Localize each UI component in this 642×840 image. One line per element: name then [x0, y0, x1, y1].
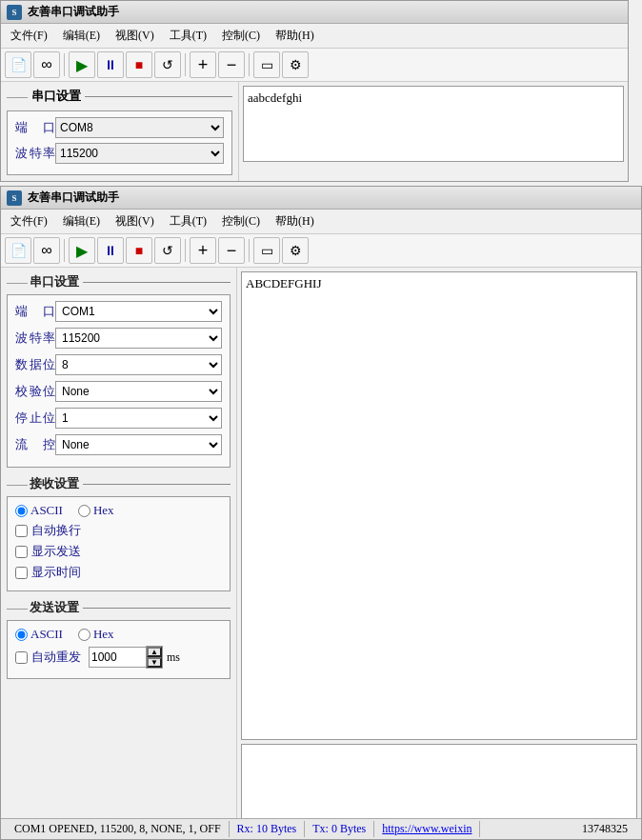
interval-up-btn[interactable]: ▲	[147, 647, 162, 657]
menu1-ctrl[interactable]: 控制(C)	[216, 26, 266, 46]
window1-rightpanel: aabcdefghi	[239, 82, 628, 181]
show-time-check[interactable]	[15, 567, 28, 579]
w1-play-btn[interactable]: ▶	[69, 51, 95, 78]
receive-section-header: —— 接收设置	[7, 475, 231, 492]
window2-menubar: 文件(F) 编辑(E) 视图(V) 工具(T) 控制(C) 帮助(H)	[1, 210, 641, 234]
link-text[interactable]: https://www.weixin	[374, 821, 480, 837]
w1-file-btn[interactable]: 📄	[5, 51, 31, 78]
menu2-help[interactable]: 帮助(H)	[270, 211, 320, 231]
send-ascii-label: ASCII	[30, 627, 63, 642]
window1-title: 友善串口调试助手	[28, 4, 119, 20]
receive-text-area[interactable]: ABCDEFGHIJ	[241, 271, 637, 740]
w2-layout-btn[interactable]: ▭	[253, 237, 280, 264]
send-mode-row: ASCII Hex	[15, 627, 222, 642]
w1-plus-btn[interactable]: +	[190, 51, 216, 78]
hex-radio-label[interactable]: Hex	[78, 503, 114, 518]
ascii-radio-label[interactable]: ASCII	[15, 503, 63, 518]
data-select[interactable]: 8 7 6 5	[55, 354, 222, 375]
w1-serial-title: 串口设置	[31, 88, 81, 105]
send-ascii-radio-label[interactable]: ASCII	[15, 627, 63, 642]
com-status: COM1 OPENED, 115200, 8, NONE, 1, OFF	[7, 821, 230, 837]
baud-row: 波特率 115200 9600 19200	[15, 328, 222, 349]
send-hex-label: Hex	[93, 627, 114, 642]
w1-gear-btn[interactable]: ⚙	[282, 51, 309, 78]
menu1-tools[interactable]: 工具(T)	[164, 26, 212, 46]
auto-newline-label: 自动换行	[31, 522, 81, 539]
send-title-line	[83, 608, 231, 609]
w1-port-select[interactable]: COM8	[55, 117, 224, 138]
hex-radio[interactable]	[78, 505, 90, 517]
port-select[interactable]: COM1 COM2 COM3 COM8	[55, 301, 222, 322]
show-time-row: 显示时间	[15, 564, 222, 581]
auto-newline-row: 自动换行	[15, 522, 222, 539]
send-ascii-radio[interactable]	[15, 629, 28, 641]
interval-input[interactable]: 1000	[89, 647, 146, 668]
w1-sep3	[249, 53, 250, 76]
ascii-radio[interactable]	[15, 505, 28, 517]
menu1-view[interactable]: 视图(V)	[110, 26, 160, 46]
w2-loop-btn[interactable]: ∞	[33, 237, 60, 264]
flow-label: 流 控	[15, 436, 55, 453]
spinbox-buttons: ▲ ▼	[146, 646, 163, 669]
port-label: 端 口	[15, 303, 55, 320]
window2-titlebar: S 友善串口调试助手	[1, 187, 641, 210]
w1-baud-row: 波特率 115200	[15, 143, 224, 164]
send-section-header: —— 发送设置	[7, 599, 231, 616]
send-settings-title: 发送设置	[30, 599, 79, 616]
w2-plus-btn[interactable]: +	[190, 237, 216, 264]
menu2-tools[interactable]: 工具(T)	[164, 211, 212, 231]
parity-select[interactable]: None Odd Even	[55, 381, 222, 402]
flow-select[interactable]: None RTS/CTS	[55, 434, 222, 455]
show-send-check[interactable]	[15, 546, 28, 558]
w1-loop-btn[interactable]: ∞	[33, 51, 60, 78]
tx-status: Tx: 0 Bytes	[305, 821, 374, 837]
window1-leftpanel: —— 串口设置 端 口 COM8 波特率 115200	[1, 82, 239, 181]
hex-label: Hex	[93, 503, 114, 518]
w2-refresh-btn[interactable]: ↺	[154, 237, 181, 264]
w1-receive-area: aabcdefghi	[243, 86, 624, 162]
menu2-view[interactable]: 视图(V)	[110, 211, 160, 231]
menu1-file[interactable]: 文件(F)	[5, 26, 53, 46]
w2-pause-btn[interactable]: ⏸	[97, 237, 124, 264]
window2-leftpanel: —— 串口设置 端 口 COM1 COM2 COM3 COM8 波特率	[1, 268, 237, 824]
w2-file-btn[interactable]: 📄	[5, 237, 31, 264]
serial-settings-box: 端 口 COM1 COM2 COM3 COM8 波特率 115200 9600 …	[7, 294, 231, 468]
send-hex-radio-label[interactable]: Hex	[78, 627, 114, 642]
w2-gear-btn[interactable]: ⚙	[282, 237, 309, 264]
w2-play-btn[interactable]: ▶	[69, 237, 95, 264]
menu2-edit[interactable]: 编辑(E)	[57, 211, 106, 231]
w1-stop-btn[interactable]: ■	[126, 51, 152, 78]
menu1-help[interactable]: 帮助(H)	[270, 26, 320, 46]
stop-select[interactable]: 1 2	[55, 408, 222, 429]
w2-sep2	[185, 239, 186, 262]
interval-spinbox: 1000 ▲ ▼ ms	[89, 646, 180, 669]
send-hex-radio[interactable]	[78, 629, 90, 641]
w1-port-row: 端 口 COM8	[15, 117, 224, 138]
w1-refresh-btn[interactable]: ↺	[154, 51, 181, 78]
menu1-edit[interactable]: 编辑(E)	[57, 26, 106, 46]
menu2-file[interactable]: 文件(F)	[5, 211, 53, 231]
w1-minus-btn[interactable]: −	[218, 51, 245, 78]
window1-titlebar: S 友善串口调试助手	[1, 1, 628, 24]
window2-toolbar: 📄 ∞ ▶ ⏸ ■ ↺ + − ▭ ⚙	[1, 234, 641, 268]
w1-baud-select[interactable]: 115200	[55, 143, 224, 164]
stop-row: 停止位 1 2	[15, 408, 222, 429]
interval-down-btn[interactable]: ▼	[147, 657, 162, 668]
w1-sep2	[185, 53, 186, 76]
w1-receive-text: aabcdefghi	[248, 90, 302, 105]
w1-layout-btn[interactable]: ▭	[253, 51, 280, 78]
send-text-area[interactable]	[241, 744, 637, 820]
w2-minus-btn[interactable]: −	[218, 237, 245, 264]
window2-rightpanel: ABCDEFGHIJ	[237, 268, 641, 824]
baud-select[interactable]: 115200 9600 19200	[55, 328, 222, 349]
w2-stop-btn[interactable]: ■	[126, 237, 152, 264]
menu2-ctrl[interactable]: 控制(C)	[216, 211, 266, 231]
auto-resend-check[interactable]	[15, 651, 28, 664]
window1-toolbar: 📄 ∞ ▶ ⏸ ■ ↺ + − ▭ ⚙	[1, 49, 628, 82]
show-time-label: 显示时间	[31, 564, 81, 581]
auto-newline-check[interactable]	[15, 525, 28, 537]
w1-pause-btn[interactable]: ⏸	[97, 51, 124, 78]
port-row: 端 口 COM1 COM2 COM3 COM8	[15, 301, 222, 322]
data-row: 数据位 8 7 6 5	[15, 354, 222, 375]
w2-sep1	[64, 239, 65, 262]
